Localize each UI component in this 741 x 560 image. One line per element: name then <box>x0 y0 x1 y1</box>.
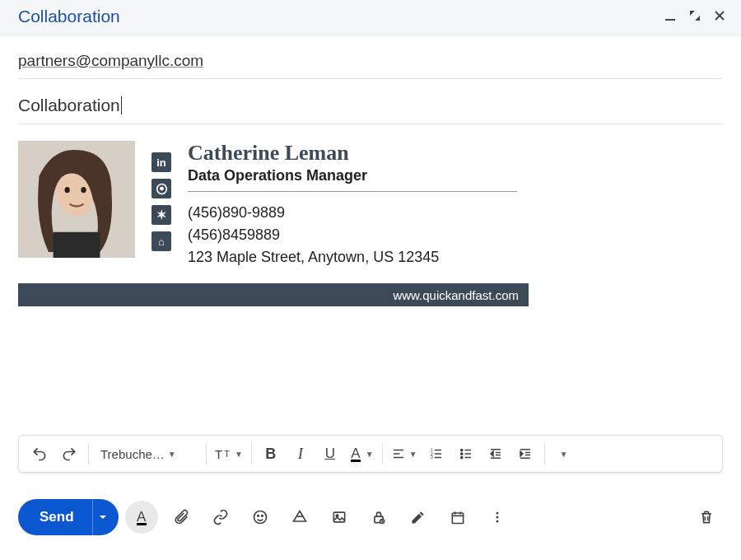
indent-less-button[interactable] <box>482 440 510 468</box>
schedule-send-button[interactable] <box>441 501 474 534</box>
format-toolbar: Trebuche… ▼ TT ▼ B I U A ▼ ▼ 123 ▼ <box>18 435 723 473</box>
chevron-down-icon: ▼ <box>409 450 417 459</box>
undo-button[interactable] <box>26 440 54 468</box>
svg-rect-7 <box>54 232 100 258</box>
indent-more-button[interactable] <box>511 440 539 468</box>
svg-text:3: 3 <box>431 455 433 460</box>
svg-point-17 <box>460 449 462 450</box>
svg-point-44 <box>496 520 498 523</box>
bullet-list-button[interactable] <box>452 440 480 468</box>
close-icon[interactable] <box>713 9 726 25</box>
recipients-row[interactable]: partners@companyllc.com <box>18 35 723 79</box>
redo-button[interactable] <box>55 440 83 468</box>
discard-draft-button[interactable] <box>690 501 723 534</box>
send-options-button[interactable] <box>92 499 119 535</box>
signature-phone1: (456)890-9889 <box>188 202 529 224</box>
yelp-icon[interactable]: ✶ <box>151 205 171 225</box>
svg-point-6 <box>81 187 86 193</box>
text-color-button[interactable]: A ▼ <box>346 440 377 468</box>
signature-role: Data Operations Manager <box>188 167 529 184</box>
svg-point-19 <box>460 456 462 458</box>
svg-rect-34 <box>333 512 344 522</box>
send-button[interactable]: Send <box>18 499 119 535</box>
divider <box>188 191 517 192</box>
fullscreen-icon[interactable] <box>688 9 701 25</box>
social-icons: in ⦿ ✶ ⌂ <box>151 141 171 251</box>
mastodon-icon[interactable]: ⦿ <box>151 179 171 198</box>
numbered-list-button[interactable]: 123 <box>422 440 450 468</box>
chevron-down-icon: ▼ <box>168 450 176 459</box>
svg-point-5 <box>65 187 70 193</box>
window-title: Collaboration <box>18 7 120 26</box>
insert-emoji-button[interactable] <box>244 501 277 534</box>
separator <box>206 443 207 464</box>
chevron-down-icon: ▼ <box>235 450 243 459</box>
confidential-mode-button[interactable] <box>362 501 395 534</box>
svg-rect-38 <box>452 513 463 524</box>
more-formatting-button[interactable]: ▼ <box>550 440 578 468</box>
svg-point-18 <box>460 453 462 455</box>
separator <box>382 443 383 464</box>
svg-point-42 <box>496 512 498 515</box>
insert-signature-button[interactable] <box>402 501 435 534</box>
signature-website-bar: www.quickandfast.com <box>18 283 529 306</box>
recipient-chip[interactable]: partners@companyllc.com <box>18 52 203 69</box>
separator <box>544 443 545 464</box>
align-button[interactable]: ▼ <box>388 440 421 468</box>
svg-point-31 <box>254 511 266 524</box>
text-cursor <box>121 96 122 114</box>
subject-text[interactable]: Collaboration <box>18 96 120 115</box>
compose-header: Collaboration <box>0 0 741 35</box>
svg-point-43 <box>496 516 498 519</box>
compose-fields: partners@companyllc.com Collaboration <box>0 35 741 124</box>
svg-point-32 <box>257 516 259 517</box>
bold-button[interactable]: B <box>257 440 285 468</box>
action-bar: Send A <box>18 499 723 535</box>
minimize-icon[interactable] <box>664 9 677 25</box>
insert-link-button[interactable] <box>204 501 237 534</box>
italic-button[interactable]: I <box>287 440 315 468</box>
signature-info: Catherine Leman Data Operations Manager … <box>188 141 529 268</box>
signature-name: Catherine Leman <box>188 141 529 166</box>
insert-drive-button[interactable] <box>283 501 316 534</box>
insert-image-button[interactable] <box>323 501 356 534</box>
separator <box>88 443 89 464</box>
signature-address: 123 Maple Street, Anytown, US 12345 <box>188 246 529 268</box>
zillow-icon[interactable]: ⌂ <box>151 231 171 251</box>
svg-rect-0 <box>665 19 675 21</box>
email-body[interactable]: in ⦿ ✶ ⌂ Catherine Leman Data Operations… <box>0 124 741 306</box>
avatar <box>18 141 135 258</box>
subject-row[interactable]: Collaboration <box>18 79 723 124</box>
linkedin-icon[interactable]: in <box>151 152 171 172</box>
window-controls <box>664 9 726 25</box>
attach-file-button[interactable] <box>165 501 198 534</box>
signature-website[interactable]: www.quickandfast.com <box>393 288 519 302</box>
font-family-label: Trebuche… <box>100 447 165 461</box>
chevron-down-icon: ▼ <box>366 450 374 459</box>
svg-point-33 <box>261 516 263 517</box>
more-options-button[interactable] <box>481 501 514 534</box>
signature-block: in ⦿ ✶ ⌂ Catherine Leman Data Operations… <box>18 141 529 306</box>
font-size-button[interactable]: TT ▼ <box>212 440 246 468</box>
formatting-toggle-button[interactable]: A <box>125 501 158 534</box>
send-label: Send <box>18 509 92 525</box>
underline-button[interactable]: U <box>316 440 344 468</box>
separator <box>251 443 252 464</box>
font-family-select[interactable]: Trebuche… ▼ <box>94 447 201 461</box>
signature-phone2: (456)8459889 <box>188 224 529 246</box>
